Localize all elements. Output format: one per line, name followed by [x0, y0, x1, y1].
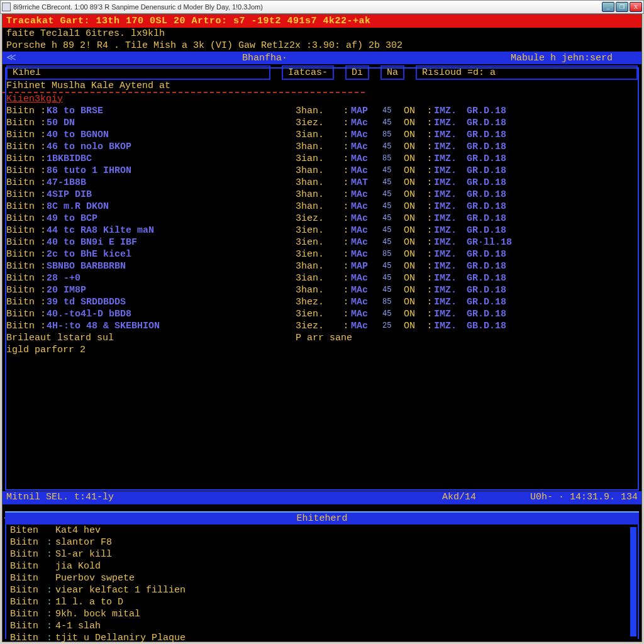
row-tail: GR.D.18	[467, 248, 506, 260]
list-item[interactable]: Biten Kat4 hev	[6, 525, 638, 536]
table-row[interactable]: Biitn :46 to nolo BKOP3han.:MAc45ON:IMZ.…	[6, 141, 638, 153]
row-mid: 3han.	[296, 189, 341, 201]
table-row[interactable]: Biitn :SBNBO BARBBRBN3han.:MAP45ON:IMZ.G…	[6, 260, 638, 272]
table-row[interactable]: Biitn :40 to BN9i E IBF3ien.:MAc45ON:IMZ…	[6, 236, 638, 248]
row-imz: IMZ.	[434, 189, 467, 201]
row-status: ON	[404, 260, 425, 272]
footer-row-1: Brileaut lstard sul P arr sane	[3, 332, 641, 344]
row-desc: 50 DN	[47, 117, 296, 129]
pane-marker-icon: ≪	[6, 52, 19, 64]
row-tail: GR.D.18	[467, 308, 506, 320]
table-row[interactable]: Biitn :40.-to4l-D bBD83ien.:MAc45ON:IMZ.…	[6, 308, 638, 320]
row-imz: IMZ.	[434, 236, 467, 248]
table-row[interactable]: Biitn :4H-:to 48 & SKEBHION3iez.:MAc25ON…	[6, 320, 638, 332]
table-row[interactable]: Biitn :20 IM8P3han.:MAc45ON:IMZ.GR.D.18	[6, 284, 638, 296]
window-titlebar: 8i9rriche CBrecont. 1:00 89'3 R Sanpime …	[0, 0, 644, 14]
table-row[interactable]: Biitn :8C m.R DKON3han.:MAc45ON:IMZ.GR.D…	[6, 201, 638, 213]
row-imz: IMZ.	[434, 153, 467, 165]
list-item[interactable]: Biitn:tjit u Dellaniry Plaque	[6, 632, 638, 644]
p2-sep	[47, 525, 55, 536]
table-row[interactable]: Biitn :47-1B8B3han.:MAT45ON:IMZ.GR.D.18	[6, 177, 638, 189]
row-num: 85	[382, 296, 404, 308]
p2-sep: :	[47, 596, 55, 608]
row-num: 45	[382, 141, 404, 153]
pane-title-left: Bhanfha·	[19, 52, 511, 64]
col-iatcas[interactable]: Iatcas-	[282, 65, 334, 80]
section-title: Fihinet Muslha Kale Aytend at	[3, 80, 365, 93]
row-sep: :	[341, 201, 351, 213]
table-row[interactable]: Biitn :4SIP DIB3han.:MAc45ON:IMZ.GR.D.18	[6, 189, 638, 201]
row-sep2: :	[425, 296, 434, 308]
table-row[interactable]: Biitn :50 DN3iez.:MAc45ON:IMZ.GR.D.18	[6, 117, 638, 129]
col-risloud[interactable]: Risloud =d: a	[416, 65, 638, 80]
row-sep: :	[341, 236, 351, 248]
row-status: ON	[404, 165, 425, 177]
row-sep2: :	[425, 236, 434, 248]
col-di[interactable]: Di	[345, 65, 369, 80]
footer-left-2: igld parforr 2	[6, 344, 296, 356]
list-item[interactable]: Biitn:1l l. a to D	[6, 596, 638, 608]
row-sep: :	[341, 320, 351, 332]
row-desc: 44 tc RA8 Kilte maN	[47, 225, 296, 236]
list-item[interactable]: Biitn:4-1 slah	[6, 620, 638, 632]
row-imz: IMZ.	[434, 308, 467, 320]
pane2-title: Ehiteherd	[5, 511, 639, 525]
row-mid: 3ien.	[296, 308, 341, 320]
row-sep2: :	[425, 284, 434, 296]
row-desc: 28 -+0	[47, 272, 296, 284]
row-label: Biitn :	[6, 308, 47, 320]
list-item[interactable]: Biitn:Sl-ar kill	[6, 548, 638, 560]
row-sep2: :	[425, 189, 434, 201]
alert-bar: Tracakat Gart: 13th 170 0SL 20 Artro: s7…	[3, 14, 641, 28]
row-imz: IMZ.	[434, 260, 467, 272]
row-imz: IMZ.	[434, 165, 467, 177]
table-row[interactable]: Biitn :K8 to BRSE3han.:MAP45ON:IMZ.GR.D.…	[6, 105, 638, 117]
row-mid: 3ien.	[296, 225, 341, 236]
list-item[interactable]: Biitn jia Kold	[6, 560, 638, 572]
list-item[interactable]: Biitn Puerbov swpete	[6, 572, 638, 584]
minimize-button[interactable]: _	[602, 2, 614, 12]
list-item[interactable]: Biitn:viear kelfact 1 fillien	[6, 584, 638, 596]
row-tail: GR.D.18	[467, 153, 506, 165]
row-tail: GR.D.18	[467, 129, 506, 141]
row-sep: :	[341, 165, 351, 177]
row-tail: GR.D.18	[467, 165, 506, 177]
p2-label: Biitn	[10, 632, 47, 644]
table-row[interactable]: Biitn :1BKBIDBC3ian.:MAc85ON:IMZ.GR.D.18	[6, 153, 638, 165]
table-row[interactable]: Biitn :49 to BCP3iez.:MAc45ON:IMZ.GR.D.1…	[6, 213, 638, 225]
table-row[interactable]: Biitn :28 -+03ian.:MAc45ON:IMZ.GR.D.18	[6, 272, 638, 284]
row-mac: MAc	[351, 296, 382, 308]
close-button[interactable]: X	[630, 2, 642, 12]
row-imz: IMZ.	[434, 225, 467, 236]
section-link[interactable]: Kiien3kgiy	[3, 93, 641, 105]
p2-sep: :	[47, 632, 55, 644]
pane2-body: Biten Kat4 hevBiitn:slantor F8Biitn:Sl-a…	[5, 525, 639, 639]
pane2-scrollbar[interactable]	[630, 527, 636, 636]
table-row[interactable]: Biitn :44 tc RA8 Kilte maN3ien.:MAc45ON:…	[6, 225, 638, 236]
row-tail: GR.D.18	[467, 296, 506, 308]
list-item[interactable]: Biitn:slantor F8	[6, 536, 638, 548]
table-row[interactable]: Biitn :2c to BhE kicel3ien.:MAc85ON:IMZ.…	[6, 248, 638, 260]
row-label: Biitn :	[6, 189, 47, 201]
row-mid: 3ian.	[296, 153, 341, 165]
system-menu-icon[interactable]	[2, 3, 11, 11]
row-num: 25	[382, 320, 404, 332]
row-sep2: :	[425, 260, 434, 272]
row-mid: 3iez.	[296, 213, 341, 225]
row-label: Biitn :	[6, 320, 47, 332]
row-label: Biitn :	[6, 141, 47, 153]
row-mac: MAc	[351, 213, 382, 225]
row-num: 45	[382, 177, 404, 189]
table-row[interactable]: Biitn :39 td SRDDBDDS3hez.:MAc85ON:IMZ.G…	[6, 296, 638, 308]
row-mid: 3iez.	[296, 320, 341, 332]
p2-label: Biitn	[10, 560, 47, 572]
col-na[interactable]: Na	[380, 65, 404, 80]
col-kihel[interactable]: Kihel	[6, 65, 270, 80]
row-desc: 47-1B8B	[47, 177, 296, 189]
maximize-button[interactable]: ❐	[616, 2, 628, 12]
table-row[interactable]: Biitn :86 tuto 1 IHRON3han.:MAc45ON:IMZ.…	[6, 165, 638, 177]
column-header-row: Kihel Iatcas- Di Na Risloud =d: a	[3, 65, 641, 80]
list-item[interactable]: Biitn:9kh. bock mital	[6, 608, 638, 620]
table-row[interactable]: Biitn :40 to BGNON3ian.:MAc85ON:IMZ.GR.D…	[6, 129, 638, 141]
row-desc: 40 to BGNON	[47, 129, 296, 141]
